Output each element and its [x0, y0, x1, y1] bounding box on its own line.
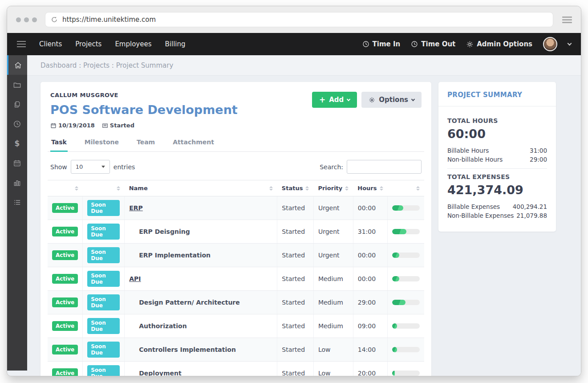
page-title: POS Software Development — [50, 103, 238, 117]
tab-task[interactable]: Task — [50, 139, 68, 152]
table-row: Active Soon Due ERP Deisgning Started Ur… — [48, 220, 424, 244]
table-row: Active Soon Due Design Pattern/ Architec… — [48, 291, 424, 314]
status-badge: Active — [52, 227, 78, 236]
progress-bar — [392, 371, 420, 376]
task-table: Name Status Priority Hours Active — [48, 180, 424, 376]
task-hours: 31:00 — [353, 220, 387, 244]
admin-options-menu[interactable]: Admin Options — [466, 40, 532, 48]
window-dot[interactable] — [16, 17, 21, 22]
breadcrumb-bar: Dashboard : Projects : Project Summary — [27, 55, 581, 76]
task-name: Controllers Implementation — [129, 346, 236, 353]
search-input[interactable] — [347, 160, 422, 174]
task-name: Design Pattern/ Architecture — [129, 299, 240, 306]
nav-link-employees[interactable]: Employees — [115, 40, 151, 48]
chevron-down-icon — [347, 97, 350, 101]
summary-title: PROJECT SUMMARY — [438, 82, 556, 106]
task-name: Authorization — [129, 322, 187, 330]
task-status: Started — [277, 267, 314, 291]
hamburger-icon[interactable] — [17, 39, 26, 49]
table-row: Active Soon Due ERP Started Urgent 00:00 — [48, 196, 424, 220]
dollar-icon: $ — [15, 139, 20, 148]
top-navbar: Clients Projects Employees Billing Time … — [7, 33, 581, 55]
due-badge: Soon Due — [87, 200, 120, 216]
task-priority: Medium — [313, 314, 353, 338]
tab-milestone[interactable]: Milestone — [84, 139, 120, 151]
status-badge: Active — [52, 274, 78, 284]
progress-bar — [392, 323, 420, 329]
task-name-link[interactable]: ERP — [129, 204, 143, 212]
task-name: Deployment — [129, 370, 181, 376]
chevron-down-icon[interactable] — [568, 41, 572, 46]
column-header-progress[interactable] — [388, 180, 425, 196]
clock-icon — [362, 41, 369, 48]
sidebar-item-calendar[interactable] — [7, 153, 27, 173]
time-in-button[interactable]: Time In — [362, 40, 401, 48]
status-badge: Active — [52, 297, 78, 307]
sidebar-item-reports[interactable] — [7, 173, 27, 192]
progress-bar — [392, 347, 420, 352]
progress-bar — [392, 253, 420, 258]
nav-link-billing[interactable]: Billing — [165, 40, 186, 48]
window-controls[interactable] — [16, 17, 37, 22]
column-header-due-badge[interactable] — [83, 180, 125, 196]
reload-icon[interactable] — [51, 16, 58, 23]
project-summary-card: PROJECT SUMMARY TOTAL HOURS 60:00 Billab… — [438, 82, 556, 232]
task-status: Started — [277, 196, 314, 220]
status-badge: Active — [52, 203, 78, 213]
sort-icon — [345, 186, 349, 191]
add-button[interactable]: + Add — [312, 92, 357, 108]
sidebar-item-home[interactable] — [7, 55, 27, 75]
url-bar[interactable]: https://time.unitektime.com — [45, 12, 553, 27]
project-date: 10/19/2018 — [50, 122, 95, 129]
project-status: Started — [102, 122, 134, 129]
sidebar-item-time[interactable] — [7, 114, 27, 134]
progress-bar — [392, 205, 420, 211]
options-button[interactable]: Options — [361, 92, 422, 108]
sort-icon — [75, 186, 78, 191]
gear-icon — [466, 41, 474, 48]
status-badge: Active — [52, 345, 78, 354]
task-priority: Urgent — [313, 220, 353, 244]
time-out-button[interactable]: Time Out — [411, 40, 455, 48]
entries-label: entries — [114, 163, 135, 171]
sidebar-item-tasks[interactable] — [7, 192, 27, 212]
nav-link-clients[interactable]: Clients — [39, 40, 62, 48]
column-header-status[interactable]: Status — [277, 180, 314, 196]
column-header-name[interactable]: Name — [125, 180, 277, 196]
task-priority: Urgent — [313, 244, 353, 267]
table-row: Active Soon Due ERP Implementation Start… — [48, 244, 424, 267]
column-header-status-badge[interactable] — [48, 180, 83, 196]
list-icon — [13, 198, 21, 207]
total-hours-value: 60:00 — [447, 127, 547, 141]
tab-attachment[interactable]: Attachment — [172, 139, 215, 151]
sort-icon — [117, 186, 120, 191]
sidebar: $ — [7, 55, 27, 371]
url-text[interactable]: https://time.unitektime.com — [62, 16, 156, 24]
nav-link-projects[interactable]: Projects — [75, 40, 101, 48]
time-in-label: Time In — [373, 40, 401, 48]
gear-icon — [369, 97, 375, 103]
column-header-priority[interactable]: Priority — [313, 180, 353, 196]
tab-team[interactable]: Team — [136, 139, 156, 151]
task-name-link[interactable]: API — [129, 275, 141, 282]
task-priority: Urgent — [313, 196, 353, 220]
bar-chart-icon — [13, 179, 21, 187]
task-name: ERP Implementation — [129, 252, 211, 259]
project-status-value: Started — [110, 122, 134, 129]
task-name: ERP Deisgning — [129, 228, 190, 235]
sidebar-item-projects[interactable] — [7, 75, 27, 94]
page-size-select[interactable]: 10 — [71, 160, 110, 174]
browser-menu-icon[interactable] — [562, 15, 572, 24]
avatar[interactable] — [543, 37, 557, 51]
sidebar-item-billing[interactable]: $ — [7, 134, 27, 153]
task-hours: 00:00 — [353, 244, 387, 267]
project-card: CALLUM MUSGROVE POS Software Development… — [41, 82, 431, 376]
sidebar-item-documents[interactable] — [7, 94, 27, 114]
calendar-icon — [13, 159, 21, 167]
clock-icon — [13, 120, 21, 128]
column-header-hours[interactable]: Hours — [353, 180, 387, 196]
task-hours: 29:00 — [353, 291, 387, 314]
window-dot[interactable] — [24, 17, 29, 22]
non-billable-hours-label: Non-billable Hours — [447, 156, 503, 163]
window-dot[interactable] — [32, 17, 37, 22]
